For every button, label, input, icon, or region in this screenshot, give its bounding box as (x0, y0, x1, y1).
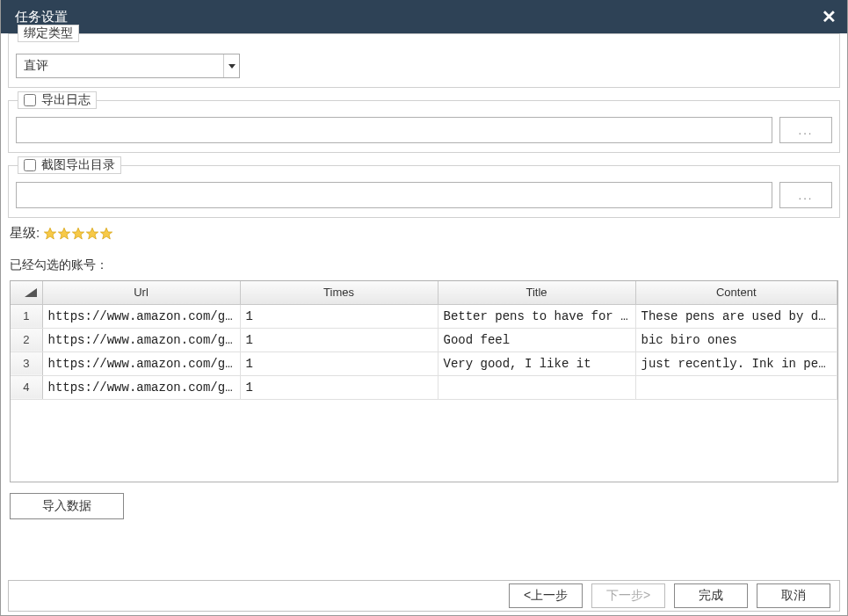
export-log-fieldset: 导出日志 ... (8, 100, 840, 153)
row-number: 1 (11, 304, 42, 328)
export-log-path-input[interactable] (16, 117, 772, 143)
cell-url[interactable]: https://www.amazon.com/gp/... (42, 304, 240, 328)
cell-content[interactable]: just recently. Ink in pens... (635, 351, 837, 375)
cell-title[interactable]: Good feel (438, 328, 635, 351)
star-icon (57, 227, 71, 241)
cell-content[interactable]: These pens are used by doc... (635, 304, 837, 328)
window-title: 任务设置 (15, 9, 68, 25)
star-rating[interactable] (43, 227, 113, 241)
table-row[interactable]: 3https://www.amazon.com/gp/...1Very good… (11, 351, 837, 375)
cell-title[interactable]: Better pens to have for use (438, 304, 635, 328)
binding-type-legend: 绑定类型 (18, 25, 79, 42)
cell-url[interactable]: https://www.amazon.com/gp/... (42, 375, 240, 399)
screenshot-dir-fieldset: 截图导出目录 ... (8, 165, 840, 218)
col-content[interactable]: Content (635, 281, 837, 304)
cell-times[interactable]: 1 (240, 328, 438, 351)
close-icon[interactable]: ✕ (822, 8, 837, 25)
import-data-button[interactable]: 导入数据 (10, 493, 124, 519)
dialog-body: 绑定类型 直评 导出日志 ... 截图导出目录 ... 星级: (1, 33, 847, 615)
cell-title[interactable]: Very good, I like it (438, 351, 635, 375)
selected-accounts-label: 已经勾选的账号： (10, 257, 838, 273)
svg-marker-0 (228, 64, 236, 69)
export-log-legend-text: 导出日志 (41, 92, 91, 108)
cell-content[interactable] (635, 375, 837, 399)
export-log-browse-button[interactable]: ... (779, 117, 832, 143)
export-log-checkbox[interactable] (24, 94, 36, 106)
table-row[interactable]: 1https://www.amazon.com/gp/...1 Better p… (11, 304, 837, 328)
table-row[interactable]: 4https://www.amazon.com/gp/...1 (11, 375, 837, 399)
star-icon (71, 227, 85, 241)
screenshot-dir-browse-button[interactable]: ... (779, 182, 832, 208)
row-number: 2 (11, 328, 42, 351)
cell-url[interactable]: https://www.amazon.com/gp/... (42, 328, 240, 351)
cell-url[interactable]: https://www.amazon.com/gp/... (42, 351, 240, 375)
binding-type-selected: 直评 (24, 58, 48, 74)
star-rating-row: 星级: (10, 225, 838, 242)
export-log-legend: 导出日志 (18, 91, 97, 109)
star-icon (85, 227, 99, 241)
cell-title[interactable] (438, 375, 635, 399)
screenshot-dir-legend-text: 截图导出目录 (41, 157, 115, 173)
cell-times[interactable]: 1 (240, 375, 438, 399)
next-button: 下一步> (591, 583, 665, 608)
screenshot-dir-path-input[interactable] (16, 182, 772, 208)
wizard-footer: <上一步 下一步> 完成 取消 (8, 580, 840, 612)
svg-marker-5 (101, 228, 112, 239)
table-header-row: Url Times Title Content (11, 281, 837, 304)
screenshot-dir-legend: 截图导出目录 (18, 156, 121, 174)
prev-button[interactable]: <上一步 (509, 583, 583, 608)
table-row[interactable]: 2https://www.amazon.com/gp/...1Good feel… (11, 328, 837, 351)
col-times[interactable]: Times (240, 281, 438, 304)
cell-content[interactable]: bic biro ones (635, 328, 837, 351)
accounts-table[interactable]: Url Times Title Content 1https://www.ama… (10, 280, 838, 482)
cancel-button[interactable]: 取消 (757, 583, 830, 608)
svg-marker-1 (45, 228, 56, 239)
star-icon (43, 227, 57, 241)
svg-marker-3 (73, 228, 84, 239)
svg-marker-2 (59, 228, 70, 239)
svg-marker-4 (87, 228, 98, 239)
row-number: 3 (11, 351, 42, 375)
binding-type-fieldset: 绑定类型 直评 (8, 33, 840, 88)
chevron-down-icon[interactable] (223, 54, 239, 77)
table-corner (11, 281, 42, 304)
binding-type-dropdown[interactable]: 直评 (16, 54, 240, 78)
finish-button[interactable]: 完成 (674, 583, 748, 608)
star-label: 星级: (10, 225, 40, 242)
screenshot-dir-checkbox[interactable] (24, 159, 36, 171)
cell-times[interactable]: 1 (240, 304, 438, 328)
row-number: 4 (11, 375, 42, 399)
star-icon (99, 227, 113, 241)
cell-times[interactable]: 1 (240, 351, 438, 375)
titlebar: 任务设置 ✕ (1, 0, 847, 33)
col-url[interactable]: Url (42, 281, 240, 304)
binding-type-legend-text: 绑定类型 (24, 25, 73, 41)
col-title[interactable]: Title (438, 281, 635, 304)
